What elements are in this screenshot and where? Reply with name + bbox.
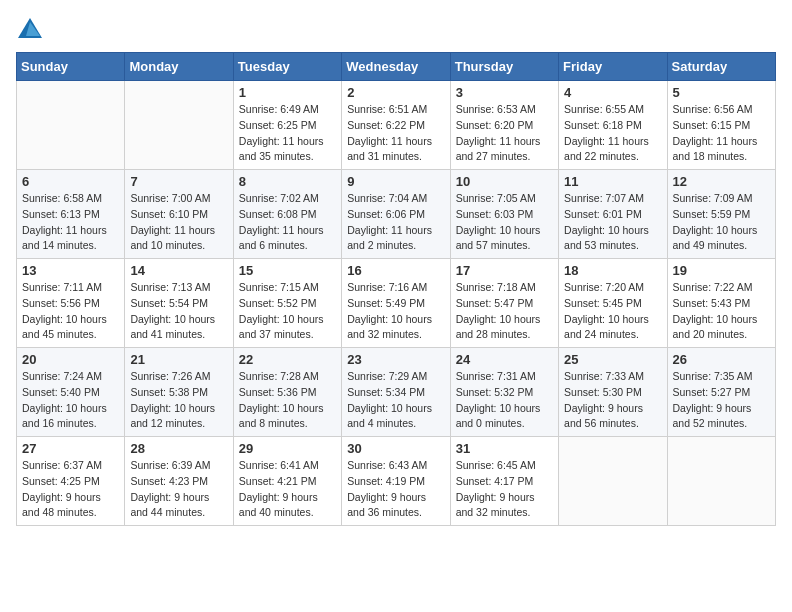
day-number: 6 <box>22 174 119 189</box>
day-number: 9 <box>347 174 444 189</box>
calendar-cell: 10Sunrise: 7:05 AMSunset: 6:03 PMDayligh… <box>450 170 558 259</box>
day-info: Sunrise: 7:09 AMSunset: 5:59 PMDaylight:… <box>673 191 770 254</box>
day-number: 13 <box>22 263 119 278</box>
day-number: 27 <box>22 441 119 456</box>
day-number: 23 <box>347 352 444 367</box>
day-info: Sunrise: 7:28 AMSunset: 5:36 PMDaylight:… <box>239 369 336 432</box>
calendar-cell: 20Sunrise: 7:24 AMSunset: 5:40 PMDayligh… <box>17 348 125 437</box>
calendar-week-4: 20Sunrise: 7:24 AMSunset: 5:40 PMDayligh… <box>17 348 776 437</box>
weekday-header-friday: Friday <box>559 53 667 81</box>
day-number: 16 <box>347 263 444 278</box>
day-info: Sunrise: 6:39 AMSunset: 4:23 PMDaylight:… <box>130 458 227 521</box>
day-number: 26 <box>673 352 770 367</box>
day-number: 25 <box>564 352 661 367</box>
day-info: Sunrise: 6:56 AMSunset: 6:15 PMDaylight:… <box>673 102 770 165</box>
weekday-header-saturday: Saturday <box>667 53 775 81</box>
day-info: Sunrise: 7:16 AMSunset: 5:49 PMDaylight:… <box>347 280 444 343</box>
day-number: 1 <box>239 85 336 100</box>
day-info: Sunrise: 7:33 AMSunset: 5:30 PMDaylight:… <box>564 369 661 432</box>
day-number: 12 <box>673 174 770 189</box>
day-info: Sunrise: 7:24 AMSunset: 5:40 PMDaylight:… <box>22 369 119 432</box>
calendar-cell: 24Sunrise: 7:31 AMSunset: 5:32 PMDayligh… <box>450 348 558 437</box>
calendar-cell <box>125 81 233 170</box>
day-number: 21 <box>130 352 227 367</box>
day-info: Sunrise: 7:22 AMSunset: 5:43 PMDaylight:… <box>673 280 770 343</box>
day-number: 8 <box>239 174 336 189</box>
calendar-cell: 5Sunrise: 6:56 AMSunset: 6:15 PMDaylight… <box>667 81 775 170</box>
day-info: Sunrise: 6:53 AMSunset: 6:20 PMDaylight:… <box>456 102 553 165</box>
calendar-cell: 6Sunrise: 6:58 AMSunset: 6:13 PMDaylight… <box>17 170 125 259</box>
calendar-cell: 17Sunrise: 7:18 AMSunset: 5:47 PMDayligh… <box>450 259 558 348</box>
day-info: Sunrise: 7:00 AMSunset: 6:10 PMDaylight:… <box>130 191 227 254</box>
day-info: Sunrise: 7:20 AMSunset: 5:45 PMDaylight:… <box>564 280 661 343</box>
day-info: Sunrise: 6:37 AMSunset: 4:25 PMDaylight:… <box>22 458 119 521</box>
day-number: 19 <box>673 263 770 278</box>
day-number: 31 <box>456 441 553 456</box>
calendar-cell: 1Sunrise: 6:49 AMSunset: 6:25 PMDaylight… <box>233 81 341 170</box>
calendar-cell: 2Sunrise: 6:51 AMSunset: 6:22 PMDaylight… <box>342 81 450 170</box>
weekday-header-wednesday: Wednesday <box>342 53 450 81</box>
day-number: 10 <box>456 174 553 189</box>
calendar-cell: 14Sunrise: 7:13 AMSunset: 5:54 PMDayligh… <box>125 259 233 348</box>
calendar-cell: 7Sunrise: 7:00 AMSunset: 6:10 PMDaylight… <box>125 170 233 259</box>
day-number: 11 <box>564 174 661 189</box>
day-number: 29 <box>239 441 336 456</box>
day-info: Sunrise: 7:11 AMSunset: 5:56 PMDaylight:… <box>22 280 119 343</box>
day-info: Sunrise: 7:18 AMSunset: 5:47 PMDaylight:… <box>456 280 553 343</box>
calendar-cell: 4Sunrise: 6:55 AMSunset: 6:18 PMDaylight… <box>559 81 667 170</box>
day-info: Sunrise: 7:07 AMSunset: 6:01 PMDaylight:… <box>564 191 661 254</box>
calendar-cell <box>559 437 667 526</box>
calendar-cell: 28Sunrise: 6:39 AMSunset: 4:23 PMDayligh… <box>125 437 233 526</box>
logo-icon <box>16 16 44 44</box>
calendar-cell: 8Sunrise: 7:02 AMSunset: 6:08 PMDaylight… <box>233 170 341 259</box>
calendar-cell: 16Sunrise: 7:16 AMSunset: 5:49 PMDayligh… <box>342 259 450 348</box>
calendar-cell: 29Sunrise: 6:41 AMSunset: 4:21 PMDayligh… <box>233 437 341 526</box>
weekday-header-sunday: Sunday <box>17 53 125 81</box>
day-number: 4 <box>564 85 661 100</box>
day-number: 18 <box>564 263 661 278</box>
calendar-body: 1Sunrise: 6:49 AMSunset: 6:25 PMDaylight… <box>17 81 776 526</box>
calendar-cell: 11Sunrise: 7:07 AMSunset: 6:01 PMDayligh… <box>559 170 667 259</box>
calendar-cell: 23Sunrise: 7:29 AMSunset: 5:34 PMDayligh… <box>342 348 450 437</box>
calendar-cell <box>667 437 775 526</box>
calendar-cell: 9Sunrise: 7:04 AMSunset: 6:06 PMDaylight… <box>342 170 450 259</box>
day-info: Sunrise: 7:04 AMSunset: 6:06 PMDaylight:… <box>347 191 444 254</box>
day-info: Sunrise: 6:51 AMSunset: 6:22 PMDaylight:… <box>347 102 444 165</box>
day-number: 3 <box>456 85 553 100</box>
calendar-cell: 31Sunrise: 6:45 AMSunset: 4:17 PMDayligh… <box>450 437 558 526</box>
day-info: Sunrise: 7:29 AMSunset: 5:34 PMDaylight:… <box>347 369 444 432</box>
calendar-cell: 25Sunrise: 7:33 AMSunset: 5:30 PMDayligh… <box>559 348 667 437</box>
calendar-cell: 19Sunrise: 7:22 AMSunset: 5:43 PMDayligh… <box>667 259 775 348</box>
day-info: Sunrise: 7:05 AMSunset: 6:03 PMDaylight:… <box>456 191 553 254</box>
calendar-cell <box>17 81 125 170</box>
day-number: 5 <box>673 85 770 100</box>
day-info: Sunrise: 7:13 AMSunset: 5:54 PMDaylight:… <box>130 280 227 343</box>
weekday-row: SundayMondayTuesdayWednesdayThursdayFrid… <box>17 53 776 81</box>
calendar-cell: 15Sunrise: 7:15 AMSunset: 5:52 PMDayligh… <box>233 259 341 348</box>
day-info: Sunrise: 6:58 AMSunset: 6:13 PMDaylight:… <box>22 191 119 254</box>
day-info: Sunrise: 6:43 AMSunset: 4:19 PMDaylight:… <box>347 458 444 521</box>
day-number: 17 <box>456 263 553 278</box>
day-number: 7 <box>130 174 227 189</box>
day-info: Sunrise: 6:55 AMSunset: 6:18 PMDaylight:… <box>564 102 661 165</box>
day-number: 30 <box>347 441 444 456</box>
day-number: 14 <box>130 263 227 278</box>
calendar-cell: 27Sunrise: 6:37 AMSunset: 4:25 PMDayligh… <box>17 437 125 526</box>
day-info: Sunrise: 7:26 AMSunset: 5:38 PMDaylight:… <box>130 369 227 432</box>
calendar-cell: 12Sunrise: 7:09 AMSunset: 5:59 PMDayligh… <box>667 170 775 259</box>
day-info: Sunrise: 6:45 AMSunset: 4:17 PMDaylight:… <box>456 458 553 521</box>
calendar-week-5: 27Sunrise: 6:37 AMSunset: 4:25 PMDayligh… <box>17 437 776 526</box>
calendar-table: SundayMondayTuesdayWednesdayThursdayFrid… <box>16 52 776 526</box>
calendar-cell: 13Sunrise: 7:11 AMSunset: 5:56 PMDayligh… <box>17 259 125 348</box>
weekday-header-thursday: Thursday <box>450 53 558 81</box>
calendar-header: SundayMondayTuesdayWednesdayThursdayFrid… <box>17 53 776 81</box>
calendar-cell: 26Sunrise: 7:35 AMSunset: 5:27 PMDayligh… <box>667 348 775 437</box>
day-number: 28 <box>130 441 227 456</box>
day-number: 15 <box>239 263 336 278</box>
calendar-cell: 21Sunrise: 7:26 AMSunset: 5:38 PMDayligh… <box>125 348 233 437</box>
day-info: Sunrise: 7:35 AMSunset: 5:27 PMDaylight:… <box>673 369 770 432</box>
page-header <box>16 16 776 44</box>
weekday-header-tuesday: Tuesday <box>233 53 341 81</box>
logo <box>16 16 48 44</box>
day-info: Sunrise: 6:41 AMSunset: 4:21 PMDaylight:… <box>239 458 336 521</box>
